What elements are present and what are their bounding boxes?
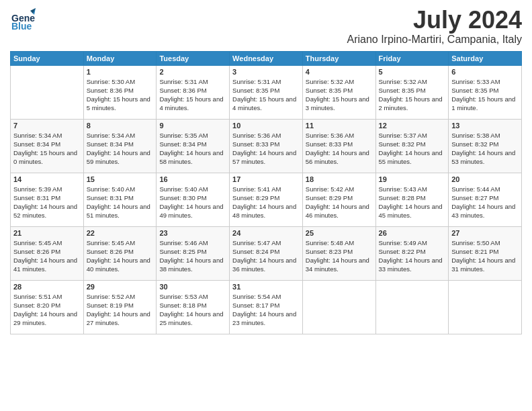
sunrise-text: Sunrise: 5:46 AM — [159, 238, 226, 247]
calendar-row: 7 Sunrise: 5:34 AM Sunset: 8:34 PM Dayli… — [11, 119, 522, 173]
sunset-text: Sunset: 8:32 PM — [379, 140, 446, 148]
calendar-cell: 9 Sunrise: 5:35 AM Sunset: 8:34 PM Dayli… — [157, 119, 230, 173]
sunrise-text: Sunrise: 5:42 AM — [306, 185, 373, 193]
sunset-text: Sunset: 8:34 PM — [159, 140, 226, 148]
day-number: 29 — [87, 283, 154, 291]
sunset-text: Sunset: 8:29 PM — [306, 193, 373, 202]
sunset-text: Sunset: 8:20 PM — [13, 301, 81, 310]
daylight-text: Daylight: 14 hours and 56 minutes. — [306, 148, 373, 167]
sunset-text: Sunset: 8:33 PM — [232, 140, 300, 148]
sunset-text: Sunset: 8:30 PM — [159, 193, 226, 202]
cell-text: Sunrise: 5:47 AM Sunset: 8:24 PM Dayligh… — [232, 238, 300, 274]
calendar-cell: 26 Sunrise: 5:49 AM Sunset: 8:22 PM Dayl… — [375, 226, 449, 280]
sunrise-text: Sunrise: 5:34 AM — [87, 131, 154, 140]
sunrise-text: Sunrise: 5:53 AM — [159, 292, 226, 301]
cell-text: Sunrise: 5:31 AM Sunset: 8:35 PM Dayligh… — [232, 77, 300, 113]
calendar-row: 1 Sunrise: 5:30 AM Sunset: 8:36 PM Dayli… — [11, 65, 522, 119]
sunset-text: Sunset: 8:17 PM — [232, 301, 300, 310]
daylight-text: Daylight: 15 hours and 0 minutes. — [13, 148, 81, 167]
day-number: 24 — [232, 229, 300, 237]
col-monday: Monday — [83, 51, 157, 65]
daylight-text: Daylight: 15 hours and 4 minutes. — [159, 95, 226, 113]
cell-text: Sunrise: 5:45 AM Sunset: 8:26 PM Dayligh… — [13, 238, 81, 274]
daylight-text: Daylight: 15 hours and 5 minutes. — [87, 95, 154, 113]
sunset-text: Sunset: 8:21 PM — [451, 247, 519, 256]
sunrise-text: Sunrise: 5:40 AM — [159, 185, 226, 193]
sunset-text: Sunset: 8:19 PM — [87, 301, 154, 310]
cell-text: Sunrise: 5:54 AM Sunset: 8:17 PM Dayligh… — [232, 292, 300, 328]
cell-text: Sunrise: 5:43 AM Sunset: 8:28 PM Dayligh… — [379, 185, 446, 220]
sunrise-text: Sunrise: 5:32 AM — [379, 77, 446, 86]
sunset-text: Sunset: 8:35 PM — [379, 86, 446, 95]
sunset-text: Sunset: 8:26 PM — [87, 247, 154, 256]
sunrise-text: Sunrise: 5:41 AM — [232, 185, 300, 193]
daylight-text: Daylight: 15 hours and 1 minute. — [451, 95, 519, 113]
cell-text: Sunrise: 5:52 AM Sunset: 8:19 PM Dayligh… — [87, 292, 154, 328]
sunrise-text: Sunrise: 5:48 AM — [306, 238, 373, 247]
cell-text: Sunrise: 5:34 AM Sunset: 8:34 PM Dayligh… — [87, 131, 154, 167]
calendar-cell: 11 Sunrise: 5:36 AM Sunset: 8:33 PM Dayl… — [302, 119, 375, 173]
calendar-cell: 18 Sunrise: 5:42 AM Sunset: 8:29 PM Dayl… — [302, 173, 375, 226]
calendar-cell: 8 Sunrise: 5:34 AM Sunset: 8:34 PM Dayli… — [83, 119, 157, 173]
calendar-cell: 12 Sunrise: 5:37 AM Sunset: 8:32 PM Dayl… — [375, 119, 449, 173]
cell-text: Sunrise: 5:31 AM Sunset: 8:36 PM Dayligh… — [159, 77, 226, 113]
cell-text: Sunrise: 5:40 AM Sunset: 8:30 PM Dayligh… — [159, 185, 226, 220]
daylight-text: Daylight: 14 hours and 31 minutes. — [451, 256, 519, 274]
sunrise-text: Sunrise: 5:50 AM — [451, 238, 519, 247]
day-number: 17 — [232, 175, 300, 183]
calendar-cell: 22 Sunrise: 5:45 AM Sunset: 8:26 PM Dayl… — [83, 226, 157, 280]
day-number: 7 — [13, 122, 81, 130]
sunrise-text: Sunrise: 5:31 AM — [159, 77, 226, 86]
sunset-text: Sunset: 8:36 PM — [159, 86, 226, 95]
sunrise-text: Sunrise: 5:45 AM — [87, 238, 154, 247]
calendar-cell — [449, 280, 522, 334]
daylight-text: Daylight: 14 hours and 29 minutes. — [13, 310, 81, 328]
calendar-cell: 10 Sunrise: 5:36 AM Sunset: 8:33 PM Dayl… — [230, 119, 303, 173]
day-number: 26 — [379, 229, 446, 237]
sunrise-text: Sunrise: 5:45 AM — [13, 238, 81, 247]
calendar-cell: 2 Sunrise: 5:31 AM Sunset: 8:36 PM Dayli… — [157, 65, 230, 119]
day-number: 12 — [379, 122, 446, 130]
calendar-cell: 5 Sunrise: 5:32 AM Sunset: 8:35 PM Dayli… — [375, 65, 449, 119]
calendar-cell: 19 Sunrise: 5:43 AM Sunset: 8:28 PM Dayl… — [375, 173, 449, 226]
sunset-text: Sunset: 8:24 PM — [232, 247, 300, 256]
day-number: 25 — [306, 229, 373, 237]
calendar-cell: 14 Sunrise: 5:39 AM Sunset: 8:31 PM Dayl… — [11, 173, 84, 226]
sunset-text: Sunset: 8:33 PM — [306, 140, 373, 148]
day-number: 31 — [232, 283, 300, 291]
calendar-cell: 6 Sunrise: 5:33 AM Sunset: 8:35 PM Dayli… — [449, 65, 522, 119]
sunrise-text: Sunrise: 5:37 AM — [379, 131, 446, 140]
calendar-cell: 21 Sunrise: 5:45 AM Sunset: 8:26 PM Dayl… — [11, 226, 84, 280]
sunset-text: Sunset: 8:26 PM — [13, 247, 81, 256]
sunrise-text: Sunrise: 5:49 AM — [379, 238, 446, 247]
calendar-cell: 17 Sunrise: 5:41 AM Sunset: 8:29 PM Dayl… — [230, 173, 303, 226]
sunrise-text: Sunrise: 5:38 AM — [451, 131, 519, 140]
day-number: 9 — [159, 122, 226, 130]
cell-text: Sunrise: 5:48 AM Sunset: 8:23 PM Dayligh… — [306, 238, 373, 274]
daylight-text: Daylight: 14 hours and 58 minutes. — [159, 148, 226, 167]
calendar-body: 1 Sunrise: 5:30 AM Sunset: 8:36 PM Dayli… — [11, 65, 522, 334]
cell-text: Sunrise: 5:36 AM Sunset: 8:33 PM Dayligh… — [306, 131, 373, 167]
cell-text: Sunrise: 5:40 AM Sunset: 8:31 PM Dayligh… — [87, 185, 154, 220]
day-number: 20 — [451, 175, 519, 183]
day-number: 30 — [159, 283, 226, 291]
sunset-text: Sunset: 8:36 PM — [87, 86, 154, 95]
calendar-cell: 3 Sunrise: 5:31 AM Sunset: 8:35 PM Dayli… — [230, 65, 303, 119]
day-number: 15 — [87, 175, 154, 183]
daylight-text: Daylight: 14 hours and 53 minutes. — [451, 148, 519, 167]
sunset-text: Sunset: 8:18 PM — [159, 301, 226, 310]
sunrise-text: Sunrise: 5:54 AM — [232, 292, 300, 301]
calendar-cell: 4 Sunrise: 5:32 AM Sunset: 8:35 PM Dayli… — [302, 65, 375, 119]
calendar-row: 14 Sunrise: 5:39 AM Sunset: 8:31 PM Dayl… — [11, 173, 522, 226]
day-number: 27 — [451, 229, 519, 237]
sunrise-text: Sunrise: 5:39 AM — [13, 185, 81, 193]
daylight-text: Daylight: 14 hours and 45 minutes. — [379, 202, 446, 220]
cell-text: Sunrise: 5:35 AM Sunset: 8:34 PM Dayligh… — [159, 131, 226, 167]
sunset-text: Sunset: 8:29 PM — [232, 193, 300, 202]
calendar-cell: 25 Sunrise: 5:48 AM Sunset: 8:23 PM Dayl… — [302, 226, 375, 280]
cell-text: Sunrise: 5:39 AM Sunset: 8:31 PM Dayligh… — [13, 185, 81, 220]
sunrise-text: Sunrise: 5:40 AM — [87, 185, 154, 193]
title-area: July 2024 Ariano Irpino-Martiri, Campani… — [347, 7, 522, 46]
col-sunday: Sunday — [11, 51, 84, 65]
sunrise-text: Sunrise: 5:44 AM — [451, 185, 519, 193]
